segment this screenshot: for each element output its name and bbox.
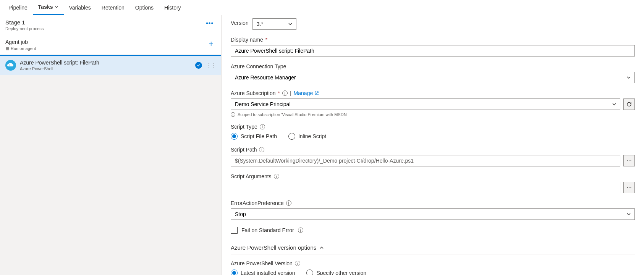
radio-script-file-path[interactable]: Script File Path xyxy=(231,133,277,140)
ps-version-label: Azure PowerShell Version xyxy=(231,260,293,266)
section-toggle[interactable]: Azure PowerShell version options xyxy=(231,240,635,255)
info-icon[interactable]: i xyxy=(260,124,265,129)
external-link-icon xyxy=(314,91,319,95)
info-icon[interactable]: i xyxy=(298,228,303,233)
tab-tasks[interactable]: Tasks xyxy=(33,0,64,15)
tab-history[interactable]: History xyxy=(159,0,186,15)
svg-text:>_: >_ xyxy=(9,64,12,66)
tab-tasks-label: Tasks xyxy=(38,4,53,10)
radio-label: Script File Path xyxy=(241,133,277,139)
fail-stderr-checkbox[interactable]: Fail on Standard Error i xyxy=(231,227,635,234)
stage-title: Stage 1 xyxy=(5,19,44,26)
error-pref-select[interactable]: Stop xyxy=(231,208,635,220)
radio-label: Latest installed version xyxy=(241,270,295,275)
nav-tabs: Pipeline Tasks Variables Retention Optio… xyxy=(0,0,644,15)
subscription-select[interactable]: Demo Service Principal xyxy=(231,98,620,110)
task-row-selected[interactable]: >_ Azure PowerShell script: FilePath Azu… xyxy=(0,55,221,75)
agent-icon: ▦ xyxy=(5,46,9,51)
refresh-icon xyxy=(626,102,632,107)
stage-subtitle: Deployment process xyxy=(5,26,44,31)
error-pref-label: ErrorActionPreference xyxy=(231,200,284,206)
task-subtitle: Azure PowerShell xyxy=(20,66,191,71)
conn-type-label: Azure Connection Type xyxy=(231,63,286,69)
version-select[interactable]: 3.* xyxy=(252,18,296,30)
chevron-up-icon xyxy=(319,245,324,250)
agent-job-row[interactable]: Agent job ▦ Run on agent + xyxy=(0,35,221,55)
display-name-input[interactable] xyxy=(231,45,635,56)
script-args-label: Script Arguments xyxy=(231,173,272,179)
required-icon: * xyxy=(265,37,267,43)
script-path-label: Script Path xyxy=(231,147,257,153)
left-panel: Stage 1 Deployment process ••• Agent job… xyxy=(0,15,222,275)
info-icon: i xyxy=(231,112,235,117)
conn-type-select[interactable]: Azure Resource Manager xyxy=(231,72,635,83)
tab-options[interactable]: Options xyxy=(130,0,159,15)
right-panel: Version 3.* Display name * Azure Connect… xyxy=(222,15,644,275)
script-type-label: Script Type xyxy=(231,124,257,130)
script-args-input[interactable] xyxy=(231,182,620,193)
tab-retention[interactable]: Retention xyxy=(96,0,130,15)
subscription-label: Azure Subscription xyxy=(231,90,276,96)
task-title: Azure PowerShell script: FilePath xyxy=(20,60,191,66)
tab-variables[interactable]: Variables xyxy=(64,0,96,15)
section-title: Azure PowerShell version options xyxy=(231,244,316,251)
required-icon: * xyxy=(278,90,280,96)
stage-header[interactable]: Stage 1 Deployment process ••• xyxy=(0,15,221,35)
script-path-input[interactable] xyxy=(231,155,620,166)
tab-pipeline[interactable]: Pipeline xyxy=(3,0,33,15)
radio-latest-version[interactable]: Latest installed version xyxy=(231,270,295,275)
info-icon[interactable]: i xyxy=(259,147,264,152)
scope-note: Scoped to subscription 'Visual Studio Pr… xyxy=(238,112,348,117)
info-icon[interactable]: i xyxy=(274,174,279,179)
radio-inline-script[interactable]: Inline Script xyxy=(288,133,326,140)
radio-label: Inline Script xyxy=(298,133,326,139)
chevron-down-icon xyxy=(55,5,58,9)
info-icon[interactable]: i xyxy=(295,261,300,266)
task-status-ok-icon xyxy=(195,62,202,69)
browse-button[interactable]: ··· xyxy=(623,182,635,193)
agent-title: Agent job xyxy=(5,39,36,45)
agent-subtitle: Run on agent xyxy=(11,46,36,51)
info-icon[interactable]: i xyxy=(286,200,291,206)
manage-link[interactable]: Manage xyxy=(294,90,319,96)
powershell-cloud-icon: >_ xyxy=(5,60,16,71)
radio-specify-version[interactable]: Specify other version xyxy=(306,270,366,275)
checkbox-label: Fail on Standard Error xyxy=(241,227,294,233)
drag-handle-icon[interactable]: ⋮⋮ xyxy=(206,63,216,68)
radio-label: Specify other version xyxy=(316,270,366,275)
display-name-label: Display name xyxy=(231,37,263,43)
add-task-button[interactable]: + xyxy=(206,39,216,49)
separator: | xyxy=(290,90,291,96)
info-icon[interactable]: i xyxy=(282,90,288,96)
browse-button[interactable]: ··· xyxy=(623,155,635,166)
refresh-button[interactable] xyxy=(623,98,635,110)
version-label: Version xyxy=(231,20,249,26)
stage-menu-button[interactable]: ••• xyxy=(204,19,216,27)
manage-link-label: Manage xyxy=(294,90,313,96)
